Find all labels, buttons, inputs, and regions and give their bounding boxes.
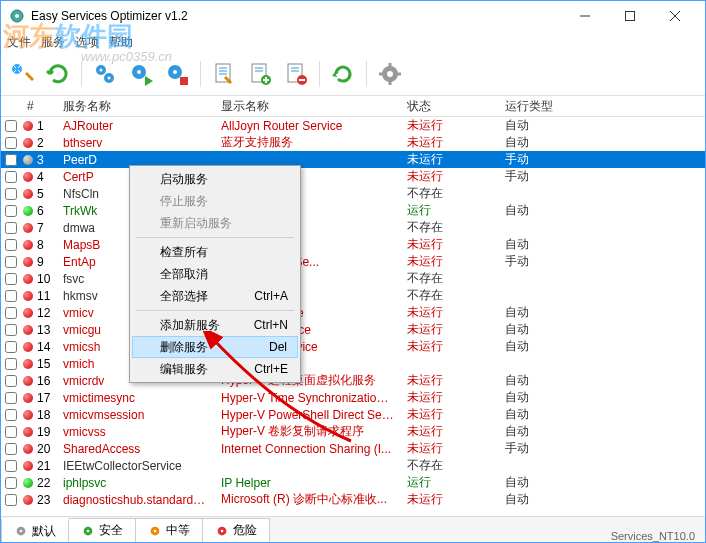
service-name: iphlpsvc — [57, 476, 215, 490]
row-checkbox[interactable] — [5, 392, 17, 404]
table-row[interactable]: 19vmicvssHyper-V 卷影复制请求程序未运行自动 — [1, 423, 705, 440]
tool-gears-blue-icon[interactable] — [90, 59, 120, 89]
tool-doc-add-icon[interactable] — [245, 59, 275, 89]
ctx-uncheck-all[interactable]: 全部取消 — [132, 263, 298, 285]
table-row[interactable]: 6TrkWkTracking Client运行自动 — [1, 202, 705, 219]
status-dot-icon — [23, 291, 33, 301]
minimize-button[interactable] — [562, 1, 607, 31]
row-checkbox[interactable] — [5, 222, 17, 234]
row-checkbox[interactable] — [5, 154, 17, 166]
startup-type: 自动 — [499, 236, 705, 253]
service-name: AJRouter — [57, 119, 215, 133]
display-name: IP Helper — [215, 476, 401, 490]
row-checkbox[interactable] — [5, 256, 17, 268]
table-row[interactable]: 15vmich — [1, 355, 705, 372]
tool-gear-stop-icon[interactable] — [162, 59, 192, 89]
tool-doc-edit-icon[interactable] — [209, 59, 239, 89]
tab-danger[interactable]: 危险 — [202, 518, 270, 542]
col-type[interactable]: 运行类型 — [499, 96, 705, 117]
table-row[interactable]: 14vmicshShutdown Service未运行自动 — [1, 338, 705, 355]
row-checkbox[interactable] — [5, 375, 17, 387]
col-num[interactable]: # — [21, 97, 57, 115]
table-row[interactable]: 7dmwa不存在 — [1, 219, 705, 236]
service-status: 未运行 — [401, 372, 499, 389]
row-checkbox[interactable] — [5, 324, 17, 336]
table-row[interactable]: 8MapsBps Manager未运行自动 — [1, 236, 705, 253]
row-checkbox[interactable] — [5, 239, 17, 251]
service-name: diagnosticshub.standardc... — [57, 493, 215, 507]
ctx-stop-service: 停止服务 — [132, 190, 298, 212]
table-row[interactable]: 3PeerD未运行手动 — [1, 151, 705, 168]
col-disp[interactable]: 显示名称 — [215, 96, 401, 117]
ctx-edit-service[interactable]: 编辑服务Ctrl+E — [132, 358, 298, 380]
svg-point-12 — [137, 70, 141, 74]
row-checkbox[interactable] — [5, 137, 17, 149]
table-row[interactable]: 4CertPagation未运行手动 — [1, 168, 705, 185]
row-checkbox[interactable] — [5, 409, 17, 421]
table-row[interactable]: 12vmicvchange Service未运行自动 — [1, 304, 705, 321]
table-row[interactable]: 22iphlpsvcIP Helper运行自动 — [1, 474, 705, 491]
table-row[interactable]: 21IEEtwCollectorService不存在 — [1, 457, 705, 474]
service-status: 不存在 — [401, 185, 499, 202]
col-name[interactable]: 服务名称 — [57, 96, 215, 117]
table-row[interactable]: 9EntApManagement Se...未运行手动 — [1, 253, 705, 270]
table-row[interactable]: 11hkmsv不存在 — [1, 287, 705, 304]
row-checkbox[interactable] — [5, 477, 17, 489]
row-checkbox[interactable] — [5, 273, 17, 285]
row-checkbox[interactable] — [5, 188, 17, 200]
row-checkbox[interactable] — [5, 443, 17, 455]
table-row[interactable]: 13vmicguService Interface未运行自动 — [1, 321, 705, 338]
tool-doc-del-icon[interactable] — [281, 59, 311, 89]
ctx-add-service[interactable]: 添加新服务Ctrl+N — [132, 314, 298, 336]
row-checkbox[interactable] — [5, 290, 17, 302]
ctx-check-all[interactable]: 检查所有 — [132, 241, 298, 263]
status-dot-icon — [23, 240, 33, 250]
row-checkbox[interactable] — [5, 426, 17, 438]
gear-red-icon — [215, 524, 229, 538]
close-button[interactable] — [652, 1, 697, 31]
table-row[interactable]: 23diagnosticshub.standardc...Microsoft (… — [1, 491, 705, 508]
context-menu: 启动服务 停止服务 重新启动服务 检查所有 全部取消 全部选择Ctrl+A 添加… — [129, 165, 301, 383]
service-status: 未运行 — [401, 321, 499, 338]
table-row[interactable]: 18vmicvmsessionHyper-V PowerShell Direct… — [1, 406, 705, 423]
row-checkbox[interactable] — [5, 341, 17, 353]
services-grid[interactable]: 1AJRouterAllJoyn Router Service未运行自动2bth… — [1, 117, 705, 516]
startup-type: 自动 — [499, 474, 705, 491]
row-checkbox[interactable] — [5, 120, 17, 132]
row-checkbox[interactable] — [5, 205, 17, 217]
startup-type: 自动 — [499, 321, 705, 338]
row-checkbox[interactable] — [5, 494, 17, 506]
table-row[interactable]: 2bthserv蓝牙支持服务未运行自动 — [1, 134, 705, 151]
row-checkbox[interactable] — [5, 171, 17, 183]
app-window: 河东软件园 www.pc0359.cn Easy Services Optimi… — [0, 0, 706, 543]
row-checkbox[interactable] — [5, 358, 17, 370]
table-row[interactable]: 20SharedAccessInternet Connection Sharin… — [1, 440, 705, 457]
table-row[interactable]: 17vmictimesyncHyper-V Time Synchronizati… — [1, 389, 705, 406]
service-status: 未运行 — [401, 117, 499, 134]
table-row[interactable]: 16vmicrdvHyper-V 远程桌面虚拟化服务未运行自动 — [1, 372, 705, 389]
tool-reload-icon[interactable] — [328, 59, 358, 89]
ctx-start-service[interactable]: 启动服务 — [132, 168, 298, 190]
svg-rect-15 — [180, 77, 188, 85]
ctx-restart-service: 重新启动服务 — [132, 212, 298, 234]
gear-icon — [14, 524, 28, 538]
row-checkbox[interactable] — [5, 307, 17, 319]
ctx-delete-service[interactable]: 删除服务Del — [132, 336, 298, 358]
table-row[interactable]: 5NfsCln不存在 — [1, 185, 705, 202]
row-checkbox[interactable] — [5, 460, 17, 472]
tab-default[interactable]: 默认 — [1, 518, 69, 542]
maximize-button[interactable] — [607, 1, 652, 31]
ctx-select-all[interactable]: 全部选择Ctrl+A — [132, 285, 298, 307]
tab-medium[interactable]: 中等 — [135, 518, 203, 542]
svg-point-37 — [87, 529, 90, 532]
tab-safe[interactable]: 安全 — [68, 518, 136, 542]
table-row[interactable]: 10fsvc不存在 — [1, 270, 705, 287]
tool-settings-icon[interactable] — [375, 59, 405, 89]
tool-refresh-green-icon[interactable] — [43, 59, 73, 89]
tool-wrench-icon[interactable] — [7, 59, 37, 89]
table-row[interactable]: 1AJRouterAllJoyn Router Service未运行自动 — [1, 117, 705, 134]
service-status: 未运行 — [401, 423, 499, 440]
col-stat[interactable]: 状态 — [401, 96, 499, 117]
tool-gear-play-icon[interactable] — [126, 59, 156, 89]
service-status: 未运行 — [401, 491, 499, 508]
